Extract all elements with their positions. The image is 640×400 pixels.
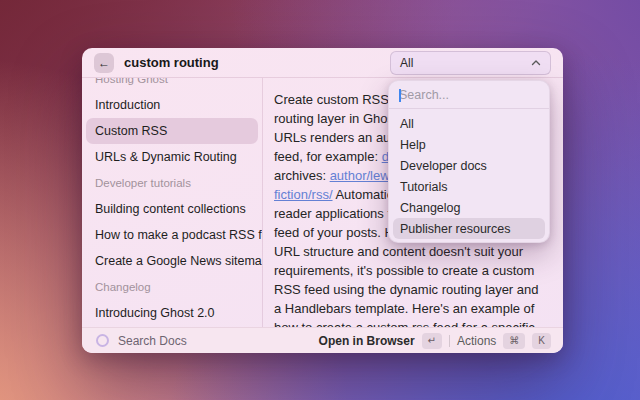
dropdown-option-developer-docs[interactable]: Developer docs bbox=[393, 155, 545, 176]
dropdown-search-row bbox=[389, 81, 549, 109]
footer-divider bbox=[449, 335, 450, 347]
enter-key-badge: ↵ bbox=[422, 333, 442, 349]
sidebar-section-changelog: Changelog bbox=[86, 274, 258, 300]
sidebar-section-developer-tutorials: Developer tutorials bbox=[86, 170, 258, 196]
sidebar-item-introducing-ghost-2-0[interactable]: Introducing Ghost 2.0 bbox=[86, 300, 258, 326]
back-button[interactable]: ← bbox=[94, 53, 114, 73]
sidebar-item-introduction[interactable]: Introduction bbox=[86, 92, 258, 118]
footer-actions: Open in Browser ↵ Actions ⌘ K bbox=[319, 333, 551, 349]
sidebar-item-urls-dynamic-routing[interactable]: URLs & Dynamic Routing bbox=[86, 144, 258, 170]
footer-brand: Search Docs bbox=[96, 334, 187, 348]
sidebar-item-custom-rss[interactable]: Custom RSS bbox=[86, 118, 258, 144]
dropdown-options-list: All Help Developer docs Tutorials Change… bbox=[389, 109, 549, 243]
k-key-badge: K bbox=[532, 333, 551, 349]
cmd-key-badge: ⌘ bbox=[503, 333, 525, 349]
filter-selected-label: All bbox=[400, 56, 413, 70]
text-cursor bbox=[399, 89, 401, 102]
dropdown-option-publisher-resources[interactable]: Publisher resources bbox=[393, 218, 545, 239]
sidebar-item-google-news-sitemap[interactable]: Create a Google News sitemap bbox=[86, 248, 258, 274]
category-dropdown-panel: All Help Developer docs Tutorials Change… bbox=[388, 80, 550, 243]
dropdown-option-help[interactable]: Help bbox=[393, 134, 545, 155]
dropdown-option-changelog[interactable]: Changelog bbox=[393, 197, 545, 218]
desktop-background: ← custom routing All Hosting Ghost Intro… bbox=[0, 0, 640, 400]
results-sidebar: Hosting Ghost Introduction Custom RSS UR… bbox=[82, 78, 263, 327]
category-filter-dropdown-button[interactable]: All bbox=[390, 51, 551, 75]
dropdown-search-input[interactable] bbox=[399, 88, 539, 102]
sidebar-item-building-content-collections[interactable]: Building content collections bbox=[86, 196, 258, 222]
search-docs-logo-icon bbox=[96, 334, 109, 347]
chevron-up-icon bbox=[531, 59, 541, 66]
page-title: custom routing bbox=[124, 55, 219, 70]
open-in-browser-button[interactable]: Open in Browser bbox=[319, 334, 415, 348]
sidebar-section-hosting-ghost: Hosting Ghost bbox=[86, 78, 258, 92]
modal-header: ← custom routing All bbox=[82, 48, 563, 78]
modal-footer: Search Docs Open in Browser ↵ Actions ⌘ … bbox=[82, 327, 563, 353]
footer-brand-label: Search Docs bbox=[118, 334, 187, 348]
dropdown-option-tutorials[interactable]: Tutorials bbox=[393, 176, 545, 197]
results-list: Hosting Ghost Introduction Custom RSS UR… bbox=[86, 78, 258, 326]
search-docs-modal: ← custom routing All Hosting Ghost Intro… bbox=[82, 48, 563, 353]
dropdown-option-all[interactable]: All bbox=[393, 113, 545, 134]
sidebar-item-podcast-rss-feed[interactable]: How to make a podcast RSS feed bbox=[86, 222, 258, 248]
actions-button[interactable]: Actions bbox=[457, 334, 496, 348]
back-arrow-icon: ← bbox=[98, 56, 110, 70]
preview-link-fiction-rss[interactable]: fiction/rss/ bbox=[274, 187, 333, 202]
